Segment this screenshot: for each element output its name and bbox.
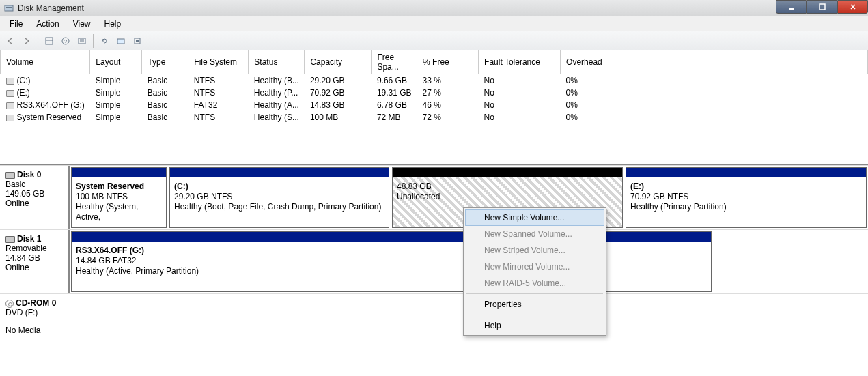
volume-icon	[6, 78, 14, 85]
table-row[interactable]: (C:)SimpleBasicNTFSHealthy (B...29.20 GB…	[1, 74, 868, 87]
partition-g[interactable]: RS3.X64.OFF (G:) 14.84 GB FAT32 Healthy …	[71, 231, 712, 292]
table-row[interactable]: RS3.X64.OFF (G:)SimpleBasicFAT32Healthy …	[1, 99, 868, 111]
partition-c[interactable]: (C:) 29.20 GB NTFS Healthy (Boot, Page F…	[169, 167, 389, 228]
disk1-label[interactable]: Disk 1 Removable 14.84 GB Online	[0, 230, 70, 293]
window-title: Disk Management	[18, 3, 84, 13]
cdrom-label[interactable]: CD-ROM 0 DVD (F:) No Media	[0, 294, 70, 358]
menu-bar: File Action View Help	[0, 16, 868, 31]
disk-row-1: Disk 1 Removable 14.84 GB Online RS3.X64…	[0, 229, 868, 293]
partition-e[interactable]: (E:) 70.92 GB NTFS Healthy (Primary Part…	[626, 167, 867, 228]
volume-table: Volume Layout Type File System Status Ca…	[0, 50, 868, 124]
context-menu-item: New Mirrored Volume...	[465, 259, 604, 275]
menu-action[interactable]: Action	[29, 17, 66, 31]
svg-rect-13	[136, 40, 139, 42]
context-menu-item[interactable]: New Simple Volume...	[465, 209, 604, 226]
toolbar-icon-3[interactable]	[113, 33, 128, 48]
app-icon	[4, 3, 14, 13]
col-volume[interactable]: Volume	[1, 50, 90, 74]
volume-list: Volume Layout Type File System Status Ca…	[0, 50, 868, 165]
toolbar: ?	[0, 31, 868, 50]
minimize-button[interactable]	[776, 0, 807, 14]
back-button[interactable]	[3, 33, 18, 48]
disk0-label[interactable]: Disk 0 Basic 149.05 GB Online	[0, 166, 70, 229]
context-menu-item[interactable]: Properties	[465, 296, 604, 313]
volume-icon	[6, 90, 14, 97]
toolbar-icon-2[interactable]	[74, 33, 89, 48]
refresh-icon[interactable]	[97, 33, 112, 48]
col-filesystem[interactable]: File System	[188, 50, 249, 74]
partition-system-reserved[interactable]: System Reserved 100 MB NTFS Healthy (Sys…	[71, 167, 167, 228]
help-icon[interactable]: ?	[58, 33, 73, 48]
table-row[interactable]: (E:)SimpleBasicNTFSHealthy (P...70.92 GB…	[1, 87, 868, 99]
col-freespace[interactable]: Free Spa...	[372, 50, 417, 74]
svg-rect-1	[6, 7, 12, 8]
menu-view[interactable]: View	[66, 17, 98, 31]
maximize-button[interactable]	[807, 0, 837, 14]
toolbar-icon-1[interactable]	[42, 33, 57, 48]
context-menu: New Simple Volume...New Spanned Volume..…	[463, 207, 606, 336]
col-layout[interactable]: Layout	[90, 50, 142, 74]
menu-file[interactable]: File	[3, 17, 29, 31]
toolbar-separator	[38, 34, 38, 48]
col-ft[interactable]: Fault Tolerance	[479, 50, 561, 74]
disk-row-cdrom: CD-ROM 0 DVD (F:) No Media	[0, 293, 868, 358]
svg-rect-3	[820, 4, 825, 10]
toolbar-icon-4[interactable]	[130, 33, 145, 48]
col-status[interactable]: Status	[249, 50, 305, 74]
disk-row-0: Disk 0 Basic 149.05 GB Online System Res…	[0, 165, 868, 229]
cd-icon	[5, 300, 14, 308]
disk-graphical-view: Disk 0 Basic 149.05 GB Online System Res…	[0, 165, 868, 358]
context-menu-item[interactable]: Help	[465, 317, 604, 334]
forward-button[interactable]	[19, 33, 34, 48]
col-capacity[interactable]: Capacity	[305, 50, 372, 74]
window-buttons	[776, 0, 868, 14]
col-overhead[interactable]: Overhead	[561, 50, 608, 74]
context-menu-separator	[466, 315, 603, 315]
disk-icon	[5, 172, 15, 179]
volume-icon	[6, 115, 14, 121]
toolbar-separator	[93, 34, 94, 48]
table-header-row: Volume Layout Type File System Status Ca…	[1, 50, 868, 74]
col-type[interactable]: Type	[142, 50, 188, 74]
volume-icon	[6, 102, 14, 109]
svg-text:?: ?	[64, 38, 68, 44]
disk-icon	[5, 236, 15, 243]
close-button[interactable]	[837, 0, 868, 14]
svg-rect-0	[5, 5, 13, 11]
svg-rect-2	[789, 8, 794, 10]
context-menu-separator	[466, 293, 603, 294]
svg-rect-11	[117, 39, 124, 44]
title-bar: Disk Management	[0, 0, 868, 16]
context-menu-item: New RAID-5 Volume...	[465, 275, 604, 291]
context-menu-item: New Striped Volume...	[465, 242, 604, 259]
menu-help[interactable]: Help	[98, 17, 128, 31]
svg-rect-4	[46, 38, 53, 44]
context-menu-item: New Spanned Volume...	[465, 226, 604, 242]
table-row[interactable]: System ReservedSimpleBasicNTFSHealthy (S…	[1, 111, 868, 124]
col-spacer	[608, 50, 868, 74]
col-pfree[interactable]: % Free	[417, 50, 479, 74]
